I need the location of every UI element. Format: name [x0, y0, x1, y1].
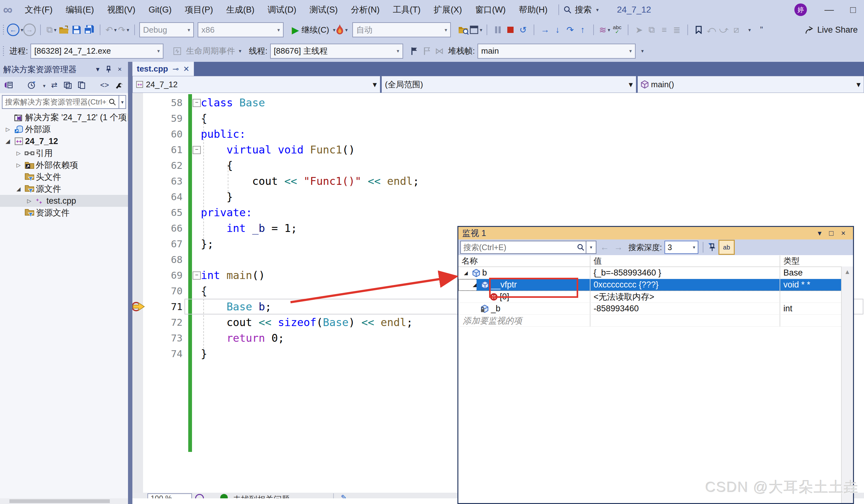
indent-decrease-icon[interactable]: ≡	[658, 23, 670, 37]
code-line-58[interactable]: 58class Base−	[132, 95, 864, 110]
chevron-down-icon[interactable]: ▾	[119, 96, 125, 108]
bookmark-button[interactable]	[692, 23, 705, 37]
panel-splitter[interactable]	[128, 62, 132, 504]
properties-wrench-icon[interactable]	[112, 81, 125, 89]
code-line-64[interactable]: 64 }	[132, 189, 864, 205]
restart-button[interactable]: ↺	[517, 23, 529, 37]
pointer-tool-icon[interactable]: ➤	[633, 23, 645, 37]
navigate-forward-button[interactable]: →	[23, 23, 36, 37]
close-icon[interactable]: ×	[837, 229, 849, 238]
tree-row-test.cpp[interactable]: ▷++test.cpp	[0, 195, 128, 207]
toolbar-grip[interactable]	[2, 46, 4, 57]
save-all-button[interactable]	[83, 23, 95, 37]
nav-scope-dropdown[interactable]: (全局范围)▾	[382, 76, 636, 93]
search-depth-dropdown[interactable]: 3▾	[664, 241, 698, 254]
find-in-files-button[interactable]	[457, 23, 470, 37]
menu-item-扩展(X)[interactable]: 扩展(X)	[427, 2, 468, 17]
watch-title-bar[interactable]: 监视 1 ▾ □ ×	[458, 227, 853, 239]
expander-icon[interactable]: ▷	[24, 198, 34, 204]
menu-item-项目(P)[interactable]: 项目(P)	[178, 2, 220, 17]
save-button[interactable]	[70, 23, 83, 37]
show-raw-format-toggle[interactable]: ab	[718, 240, 735, 255]
chevron-down-icon[interactable]: ▾	[814, 229, 825, 238]
tree-row-源文件[interactable]: ◢源文件	[0, 183, 128, 195]
bowtie-icon[interactable]: ⋈	[433, 44, 446, 58]
menu-item-分析(N)[interactable]: 分析(N)	[344, 2, 386, 17]
pin-icon[interactable]	[103, 65, 115, 73]
lifecycle-events-label[interactable]: 生命周期事件	[186, 46, 235, 57]
toolbar-overflow-icon[interactable]: ▾	[636, 44, 648, 58]
spell-check-button[interactable]: abc ✓	[611, 23, 623, 37]
nav-member-dropdown[interactable]: main() ▾	[637, 76, 864, 93]
code-line-62[interactable]: 62 {	[132, 157, 864, 173]
menu-item-调试(D)[interactable]: 调试(D)	[261, 2, 303, 17]
chevron-down-icon[interactable]: ▾	[586, 241, 596, 253]
zoom-control[interactable]: 100 %	[147, 493, 192, 499]
pin-icon[interactable]: ⊸	[172, 65, 179, 73]
tree-row-解决方案 '24_7_12' (1 个项目, 共[interactable]: 解决方案 '24_7_12' (1 个项目, 共	[0, 111, 128, 123]
code-line-60[interactable]: 60public:	[132, 126, 864, 142]
prev-bookmark-button[interactable]: ⤺	[705, 23, 718, 37]
fold-collapse-icon[interactable]: −	[193, 272, 201, 280]
redo-button[interactable]: ↷▾	[117, 23, 130, 37]
step-out-button[interactable]: ↑	[576, 23, 589, 37]
window-layout-button[interactable]: ▾	[470, 23, 482, 37]
collapse-all-icon[interactable]	[60, 81, 75, 89]
view-code-icon[interactable]: <>	[97, 81, 112, 89]
maximize-button[interactable]: □	[842, 4, 864, 15]
undo-button[interactable]: ↶▾	[105, 23, 117, 37]
flag-icon[interactable]	[408, 44, 421, 58]
watch-search-box[interactable]: 搜索(Ctrl+E) ▾	[460, 241, 596, 254]
watch-value[interactable]: {_b=-858993460 }	[590, 267, 780, 279]
solution-config-dropdown[interactable]: Debug▾	[139, 22, 194, 37]
step-into-button[interactable]: ↓	[551, 23, 564, 37]
column-value[interactable]: 值	[590, 255, 780, 266]
search-prev-icon[interactable]: ←	[599, 242, 610, 252]
continue-button[interactable]: ▶ 继续(C) ▾	[292, 23, 335, 37]
comment-block-icon[interactable]: ⧉	[645, 23, 658, 37]
flag-outline-icon[interactable]	[421, 44, 433, 58]
watch-row-_b[interactable]: _b-858993460int	[458, 303, 853, 315]
sync-with-active-document-icon[interactable]: ⇄	[48, 81, 60, 89]
menu-item-测试(S)[interactable]: 测试(S)	[303, 2, 344, 17]
watch-add-row[interactable]: 添加要监视的项	[458, 315, 853, 327]
lifecycle-events-icon[interactable]	[171, 44, 183, 58]
tree-row-外部源[interactable]: ▷外部源	[0, 123, 128, 135]
code-line-59[interactable]: 59{	[132, 110, 864, 126]
health-indicator-icon[interactable]	[220, 494, 228, 499]
stop-button[interactable]	[504, 23, 517, 37]
menu-item-窗口(W)[interactable]: 窗口(W)	[468, 2, 512, 17]
watch-column-headers[interactable]: 名称 值 类型	[458, 255, 853, 267]
switch-views-icon[interactable]	[1, 81, 16, 89]
code-line-61[interactable]: 61 virtual void Func1()−	[132, 142, 864, 157]
menu-item-文件(F)[interactable]: 文件(F)	[18, 2, 59, 17]
avatar[interactable]: 婷	[794, 3, 807, 16]
pending-changes-filter-icon[interactable]	[24, 81, 39, 89]
live-share-button[interactable]: Live Share	[805, 25, 858, 35]
menu-item-帮助(H)[interactable]: 帮助(H)	[512, 2, 554, 17]
expander-icon[interactable]: ◢	[3, 138, 13, 145]
code-line-65[interactable]: 65private:	[132, 205, 864, 220]
pen-edit-icon[interactable]: ✎	[341, 493, 347, 499]
tree-row-资源文件[interactable]: 资源文件	[0, 207, 128, 219]
diagnostics-button[interactable]: ≋▾	[598, 23, 611, 37]
tree-row-头文件[interactable]: 头文件	[0, 171, 128, 183]
fold-collapse-icon[interactable]: −	[193, 99, 201, 107]
watch-row-b[interactable]: ◢b{_b=-858993460 }Base	[458, 267, 853, 279]
expander-icon[interactable]: ▷	[14, 162, 23, 169]
toolbar-grip[interactable]	[2, 24, 4, 35]
column-name[interactable]: 名称	[458, 255, 590, 266]
next-bookmark-button[interactable]: ⤻	[718, 23, 730, 37]
minimize-button[interactable]: —	[816, 4, 842, 15]
nav-project-dropdown[interactable]: ++ 24_7_12 ▾	[132, 76, 380, 93]
solution-search-box[interactable]: 搜索解决方案资源管理器(Ctrl+; ▾	[2, 95, 126, 109]
watch-value[interactable]: -858993460	[590, 303, 780, 314]
show-all-files-icon[interactable]	[75, 81, 88, 89]
tree-row-24_7_12[interactable]: ◢++24_7_12	[0, 135, 128, 147]
chevron-down-icon[interactable]: ▾	[93, 65, 103, 73]
expander-icon[interactable]: ◢	[14, 186, 23, 192]
thread-dropdown[interactable]: [88676] 主线程▾	[270, 44, 403, 59]
fold-collapse-icon[interactable]: −	[193, 146, 201, 154]
watch-scrollbar[interactable]: ▲	[841, 266, 853, 503]
platform-dropdown[interactable]: x86▾	[197, 22, 284, 37]
